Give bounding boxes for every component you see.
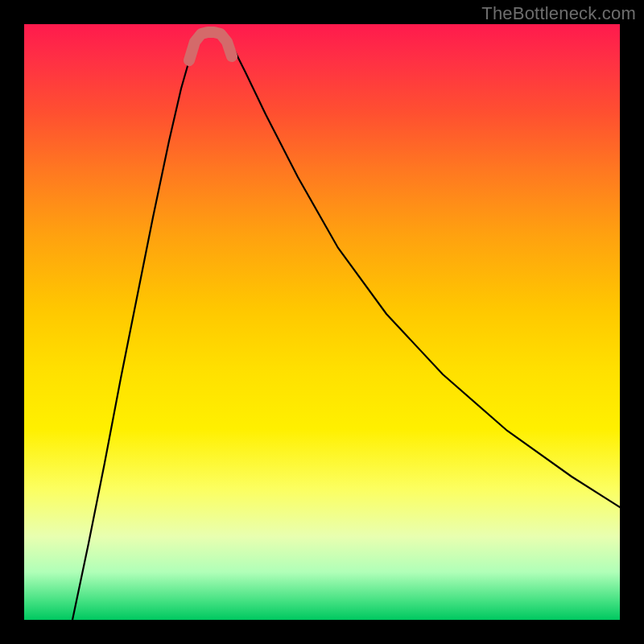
attribution-text: TheBottleneck.com	[481, 3, 636, 24]
curve-right	[225, 36, 620, 507]
chart-svg	[24, 24, 620, 620]
chart-frame: TheBottleneck.com	[0, 0, 644, 644]
curve-left	[72, 36, 200, 620]
valley-highlight	[189, 32, 232, 60]
